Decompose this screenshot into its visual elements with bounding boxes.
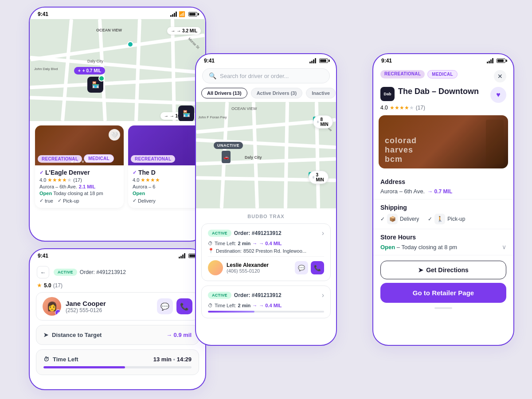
shipping-title: Shipping bbox=[380, 204, 506, 211]
pickup-option: ✓ 🚶 Pick-up bbox=[428, 214, 465, 224]
budbo-trax-section: BUDBO TRAX ACTIVE Order: #491213912 › ⏱ … bbox=[196, 208, 336, 318]
order-id-1: Order: #491213912 bbox=[234, 230, 282, 236]
order-time-2: ⏱ Time Left: 2 min → → 0.4 MIL bbox=[208, 303, 324, 308]
pickup-icon: 🚶 bbox=[434, 214, 445, 224]
distance-badge-32: →→ 3.2 MIL bbox=[167, 27, 201, 35]
order-status-badge-2: ACTIVE bbox=[208, 292, 231, 299]
call-button[interactable]: 📞 bbox=[176, 298, 192, 314]
back-button[interactable]: ← bbox=[37, 266, 49, 278]
driver-action-btns-1: 💬 📞 bbox=[295, 261, 324, 274]
tab-all-drivers[interactable]: All Drivers (13) bbox=[201, 88, 247, 98]
tag-medical-detail: MEDICAL bbox=[427, 70, 458, 78]
order-status-badge-1: ACTIVE bbox=[208, 230, 231, 237]
tab-inactive-drivers[interactable]: Inactive bbox=[306, 88, 336, 98]
unactive-badge: UNACTIVE bbox=[214, 142, 243, 149]
msg-btn-1[interactable]: 💬 bbox=[295, 261, 308, 274]
card-rating-1: 4.0 ★★★★★ (17) bbox=[39, 177, 119, 183]
time-values: 13 min • 14:29 bbox=[153, 356, 192, 363]
time-progress-fill bbox=[43, 366, 125, 368]
order-dest-1: 📍 Destination: 8502 Preston Rd. Inglewoo… bbox=[208, 248, 324, 254]
dispensary-card-1[interactable]: RECREATIONAL MEDICAL 🤍 ✓ L'Eagle Denver bbox=[35, 125, 124, 208]
directions-button[interactable]: ➤ Get Directions bbox=[380, 261, 506, 279]
store-name: The Dab – Downtown bbox=[398, 87, 490, 96]
card-name-1: ✓ L'Eagle Denver bbox=[39, 169, 119, 176]
dispensary-card-2[interactable]: RECREATIONAL ✓ The D 4.0 ★★★★ Aurora – 6… bbox=[128, 125, 205, 208]
shipping-options: ✓ 📦 Delivery ✓ 🚶 Pick-up bbox=[380, 214, 506, 224]
map-road-1: John Daly Blvd bbox=[34, 67, 58, 71]
signal-icon-2 bbox=[179, 253, 185, 258]
card-address-2: Aurora – 6 bbox=[133, 184, 205, 189]
filter-tabs: All Drivers (13) Active Drivers (3) Inac… bbox=[196, 88, 336, 98]
card-address-1: Aurora – 6th Ave. 2.1 MIL bbox=[39, 184, 119, 189]
directions-icon: ➤ bbox=[418, 266, 423, 274]
map-area-1: Daly City OCEAN VIEW John Daly Blvd Mors… bbox=[30, 19, 205, 121]
time-4: 9:41 bbox=[381, 58, 392, 64]
battery-icon-4 bbox=[497, 59, 505, 63]
tracking-map: OCEAN VIEW Daly City John F Foran Fwy Hu… bbox=[196, 102, 336, 208]
retailer-page-button[interactable]: Go to Retailer Page bbox=[380, 283, 506, 303]
map-city-3: Daly City bbox=[245, 155, 262, 160]
hours-status: Open – Today closing at 8 pm bbox=[380, 244, 457, 250]
call-btn-1[interactable]: 📞 bbox=[311, 261, 324, 274]
detail-rating: 4.0 ★★★★★ (17) bbox=[373, 105, 513, 115]
status-bar-1: 9:41 📶 bbox=[30, 8, 205, 19]
time-card: ⏱ Time Left 13 min • 14:29 bbox=[36, 349, 199, 375]
map-marker-2: 🏪 bbox=[178, 106, 194, 121]
search-bar[interactable]: 🔍 Search for driver or order... bbox=[202, 68, 330, 83]
rating-stars: ★★★★★ bbox=[390, 105, 414, 111]
order-id-2: Order: #491213912 bbox=[234, 292, 282, 298]
distance-badge-07: ++ 0.7 MIL bbox=[74, 67, 105, 74]
order-id-header: Order: #491213912 bbox=[80, 269, 126, 275]
message-button[interactable]: 💬 bbox=[157, 298, 173, 314]
status-badge-active: ACTIVE bbox=[54, 269, 77, 276]
car-2: 3 MIN 🚗 bbox=[309, 171, 318, 178]
driver-name: Jane Cooper bbox=[66, 300, 106, 307]
tag-recreational-2: RECREATIONAL bbox=[131, 155, 175, 163]
heart-btn-1[interactable]: 🤍 bbox=[109, 129, 120, 141]
status-bar-4: 9:41 bbox=[373, 54, 513, 66]
check-pickup: ✓ bbox=[428, 216, 432, 222]
store-image: coloradharvesbcm bbox=[379, 115, 508, 168]
address-title: Address bbox=[380, 178, 506, 185]
store-hours-row: Open – Today closing at 8 pm ∨ bbox=[380, 243, 506, 250]
store-image-text: coloradharvesbcm bbox=[385, 136, 417, 164]
check-delivery: ✓ bbox=[380, 216, 385, 222]
phone-map-cards: 9:41 📶 Daly City OCEAN VIEW bbox=[29, 7, 206, 242]
store-logo: Dab bbox=[380, 87, 395, 101]
card-img-1: RECREATIONAL MEDICAL 🤍 bbox=[35, 125, 124, 165]
signal-icon bbox=[170, 12, 177, 17]
verified-badge: ✓ bbox=[55, 309, 61, 316]
distance-label: ➤ Distance to Target bbox=[43, 332, 102, 338]
chevron-down-icon[interactable]: ∨ bbox=[502, 243, 506, 250]
search-icon: 🔍 bbox=[209, 72, 216, 79]
driver-header: ← ACTIVE Order: #491213912 bbox=[30, 261, 205, 282]
status-icons-2 bbox=[179, 253, 197, 258]
dispensary-cards-row: RECREATIONAL MEDICAL 🤍 ✓ L'Eagle Denver bbox=[30, 121, 205, 212]
clock-icon: ⏱ bbox=[43, 356, 49, 363]
map-marker-1: 🏪 bbox=[87, 77, 103, 93]
driver-rating-row: ★ 5.0 (17) bbox=[30, 282, 205, 292]
navigation-icon: ➤ bbox=[43, 332, 48, 338]
signal-icon-3 bbox=[309, 58, 316, 63]
address-section: Address Aurora – 6th Ave. → 0.7 MIL bbox=[373, 174, 513, 200]
delivery-icon: 📦 bbox=[387, 214, 398, 224]
distance-card: ➤ Distance to Target → 0.9 mil bbox=[36, 325, 199, 345]
address-distance: → 0.7 MIL bbox=[427, 188, 452, 195]
driver-row-1: Leslie Alexander (406) 555-0120 💬 📞 bbox=[208, 256, 324, 275]
store-hours-section: Store Hours Open – Today closing at 8 pm… bbox=[373, 229, 513, 255]
address-row: Aurora – 6th Ave. → 0.7 MIL bbox=[380, 188, 506, 195]
tab-active-drivers[interactable]: Active Drivers (3) bbox=[251, 88, 303, 98]
order-card-1[interactable]: ACTIVE Order: #491213912 › ⏱ Time Left: … bbox=[201, 223, 331, 281]
location-icon-1: 📍 bbox=[208, 248, 214, 254]
chevron-right-1: › bbox=[322, 229, 324, 237]
delivery-option: ✓ 📦 Delivery bbox=[380, 214, 419, 224]
close-button[interactable]: ✕ bbox=[494, 70, 506, 82]
time-badge-3min: 3 MIN bbox=[309, 171, 329, 184]
order-card-2[interactable]: ACTIVE Order: #491213912 › ⏱ Time Left: … bbox=[201, 286, 331, 318]
card-body-1: ✓ L'Eagle Denver 4.0 ★★★★★ (17) Aurora –… bbox=[35, 165, 124, 208]
shipping-section: Shipping ✓ 📦 Delivery ✓ 🚶 Pick-up bbox=[373, 200, 513, 229]
inactive-car: 🚗 bbox=[222, 151, 231, 163]
order-progress-bar-2 bbox=[208, 311, 324, 313]
phone-driver-detail: 9:41 ← ACTIVE Order: #491213912 ★ 5.0 (1… bbox=[29, 248, 206, 390]
favorite-button[interactable]: ♥ bbox=[490, 87, 506, 103]
